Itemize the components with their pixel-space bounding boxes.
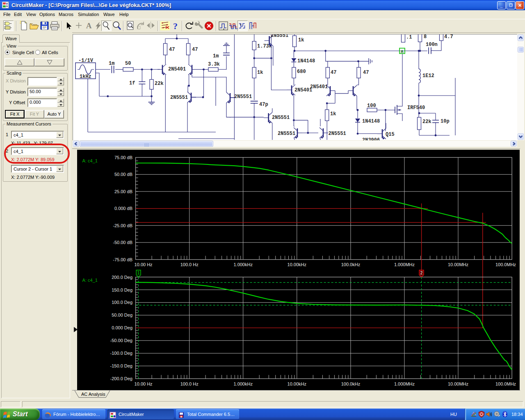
svg-text:1: 1 — [137, 271, 140, 275]
svg-text:47: 47 — [331, 70, 336, 75]
svg-text:1kHz: 1kHz — [80, 74, 91, 80]
svg-text:10p: 10p — [441, 119, 450, 124]
svg-text:100.0 Hz: 100.0 Hz — [180, 262, 199, 267]
svg-text:100: 100 — [367, 103, 376, 109]
svg-text:-50.00 Deg: -50.00 Deg — [110, 338, 132, 343]
svg-text:1N4148: 1N4148 — [297, 58, 315, 64]
svg-text:A: c4_1: A: c4_1 — [82, 278, 98, 283]
svg-text:100.0kHz: 100.0kHz — [341, 381, 360, 386]
svg-text:1k: 1k — [257, 70, 263, 75]
svg-text:1f: 1f — [129, 80, 135, 86]
svg-text:4.7: 4.7 — [444, 34, 453, 40]
svg-text:1.000MHz: 1.000MHz — [394, 381, 415, 386]
svg-text:AC Analysis: AC Analysis — [81, 392, 105, 397]
svg-text:47p: 47p — [259, 102, 268, 107]
svg-text:1N4148: 1N4148 — [362, 119, 380, 124]
svg-text:1k: 1k — [298, 37, 304, 43]
svg-text:1.000kHz: 1.000kHz — [233, 381, 252, 386]
svg-text:-100.0 Deg: -100.0 Deg — [110, 351, 132, 356]
svg-text:2N5551: 2N5551 — [234, 94, 252, 100]
svg-text:8: 8 — [424, 34, 427, 40]
svg-text:-25.00 dB: -25.00 dB — [113, 223, 132, 228]
svg-text:10.00kHz: 10.00kHz — [288, 262, 306, 267]
svg-text:-150.0 Deg: -150.0 Deg — [110, 363, 132, 368]
svg-text:100n: 100n — [426, 42, 438, 48]
svg-text:150.0 Deg: 150.0 Deg — [112, 288, 132, 292]
svg-text:0.000 dB: 0.000 dB — [114, 206, 132, 211]
svg-text:100.0MHz: 100.0MHz — [495, 262, 516, 267]
svg-text:1.000kHz: 1.000kHz — [233, 262, 252, 267]
svg-text:47: 47 — [363, 70, 369, 75]
svg-text:?: ? — [173, 21, 178, 31]
svg-text:2: 2 — [420, 271, 423, 275]
svg-text:10.00MHz: 10.00MHz — [448, 262, 468, 267]
svg-text:680: 680 — [297, 69, 306, 75]
svg-text:100.0 Hz: 100.0 Hz — [180, 381, 199, 386]
svg-text:10.00MHz: 10.00MHz — [448, 381, 468, 386]
svg-text:.1: .1 — [406, 34, 412, 40]
svg-text:-75.00 dB: -75.00 dB — [113, 257, 132, 262]
svg-text:2N5551: 2N5551 — [272, 115, 290, 121]
svg-text:75.00 dB: 75.00 dB — [114, 155, 132, 160]
svg-text:100.0kHz: 100.0kHz — [341, 262, 360, 267]
svg-text:47: 47 — [169, 47, 175, 52]
svg-text:1m: 1m — [213, 53, 219, 59]
svg-text:100.0 Deg: 100.0 Deg — [112, 300, 132, 305]
svg-text:25.00 dB: 25.00 dB — [114, 189, 132, 194]
svg-text:50.00 Deg: 50.00 Deg — [112, 313, 132, 317]
svg-text:2N5401: 2N5401 — [294, 87, 312, 93]
svg-text:10.00kHz: 10.00kHz — [288, 381, 306, 386]
svg-text:200.0 Deg: 200.0 Deg — [112, 275, 132, 280]
svg-text:10.00 Hz: 10.00 Hz — [135, 381, 153, 386]
svg-text:2N5551: 2N5551 — [278, 131, 295, 137]
svg-text:50: 50 — [125, 61, 131, 66]
svg-text:1k: 1k — [330, 111, 336, 117]
svg-text:0.000 Deg: 0.000 Deg — [112, 325, 132, 330]
svg-text:2N3906: 2N3906 — [362, 137, 380, 140]
svg-text:A: c4_1: A: c4_1 — [82, 158, 98, 163]
svg-text:2N5551: 2N5551 — [271, 34, 288, 39]
svg-text:2N5551: 2N5551 — [170, 95, 188, 100]
svg-text:3.3k: 3.3k — [208, 62, 220, 67]
svg-text:1.000MHz: 1.000MHz — [394, 262, 415, 267]
svg-text:100.0MHz: 100.0MHz — [495, 381, 516, 386]
svg-text:2N5551: 2N5551 — [329, 131, 346, 137]
svg-text:1E12: 1E12 — [422, 73, 434, 79]
svg-text:-1/1V: -1/1V — [78, 58, 94, 64]
svg-text:50.00 dB: 50.00 dB — [114, 172, 132, 177]
svg-text:A: A — [86, 21, 92, 30]
svg-text:1m: 1m — [109, 61, 114, 66]
svg-text:2N5401: 2N5401 — [168, 66, 186, 72]
svg-text:47: 47 — [192, 47, 198, 52]
svg-text:2N5401: 2N5401 — [310, 84, 328, 90]
svg-text:10.00 Hz: 10.00 Hz — [135, 262, 153, 267]
svg-text:Q15: Q15 — [386, 132, 395, 137]
svg-text:-50.00 dB: -50.00 dB — [113, 240, 132, 245]
svg-text:IRF540: IRF540 — [407, 105, 425, 111]
svg-text:22k: 22k — [422, 119, 431, 125]
svg-text:-200.0 Deg: -200.0 Deg — [110, 376, 132, 381]
svg-text:22k: 22k — [155, 81, 164, 87]
svg-text:A: A — [401, 49, 404, 54]
